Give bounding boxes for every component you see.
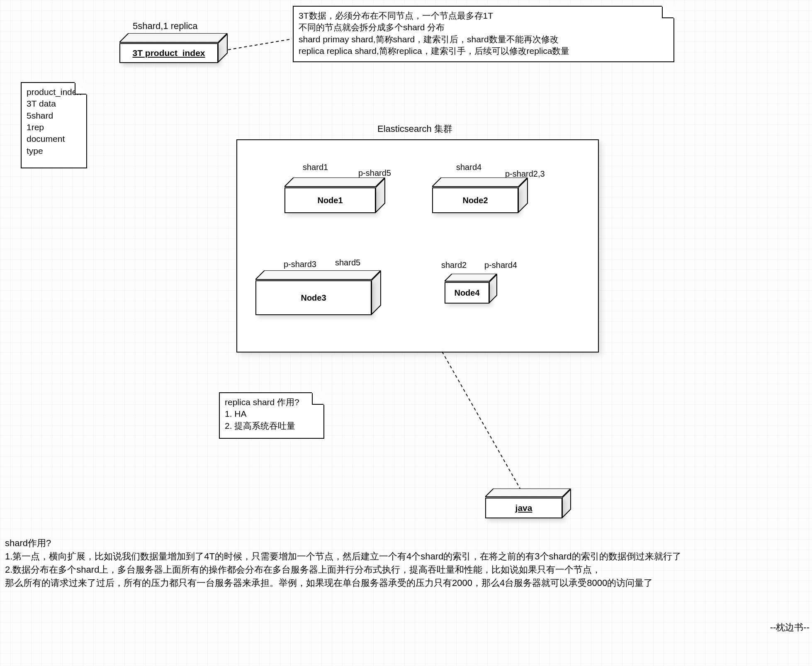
note-line: 3T data bbox=[27, 98, 81, 109]
node3-box: Node3 bbox=[255, 280, 372, 315]
shard-explanation: shard作用? 1.第一点，横向扩展，比如说我们数据量增加到了4T的时候，只需… bbox=[5, 537, 681, 590]
node4-shard-left: shard2 bbox=[441, 260, 467, 270]
svg-marker-1 bbox=[218, 34, 227, 62]
node1-box: Node1 bbox=[284, 187, 376, 213]
note-line: 不同的节点就会拆分成多个shard 分布 bbox=[299, 22, 669, 33]
node4-box: Node4 bbox=[445, 282, 489, 304]
note-line: 1rep bbox=[27, 122, 81, 133]
cluster-title: Elasticsearch 集群 bbox=[377, 123, 452, 135]
note-replica-shard: replica shard 作用? 1. HA 2. 提高系统吞吐量 bbox=[219, 392, 324, 439]
node3-shard-left: p-shard3 bbox=[284, 260, 316, 269]
java-box-label: java bbox=[515, 503, 532, 513]
node1-shard-right: p-shard5 bbox=[358, 168, 391, 178]
note-line: 3T数据，必须分布在不同节点，一个节点最多存1T bbox=[299, 10, 669, 22]
note-line: 1. HA bbox=[225, 408, 318, 420]
node2-shard-left: shard4 bbox=[456, 163, 481, 172]
node2-shard-right: p-shard2,3 bbox=[505, 169, 545, 179]
svg-marker-0 bbox=[119, 33, 227, 42]
node2-box: Node2 bbox=[432, 187, 518, 213]
svg-line-12 bbox=[228, 39, 292, 50]
java-box: java bbox=[485, 498, 562, 518]
node2-label: Node2 bbox=[462, 196, 488, 205]
svg-marker-11 bbox=[562, 489, 571, 518]
note-line: shard primay shard,简称shard，建索引后，shard数量不… bbox=[299, 34, 669, 45]
node4-label: Node4 bbox=[454, 288, 479, 298]
note-line: replica replica shard,简称replica，建索引手，后续可… bbox=[299, 45, 669, 57]
node4-shard-right: p-shard4 bbox=[484, 260, 517, 270]
node1-shard-left: shard1 bbox=[303, 163, 328, 172]
svg-marker-10 bbox=[485, 489, 571, 497]
note-distribution-rules: 3T数据，必须分布在不同节点，一个节点最多存1T 不同的节点就会拆分成多个sha… bbox=[293, 6, 674, 62]
note-line: document bbox=[27, 133, 81, 145]
node1-label: Node1 bbox=[317, 196, 343, 205]
index-box-label: 3T product_index bbox=[132, 48, 205, 58]
svg-line-13 bbox=[442, 352, 520, 489]
note-line: 2. 提高系统吞吐量 bbox=[225, 420, 318, 432]
note-line: product_index bbox=[27, 86, 81, 98]
index-box: 3T product_index bbox=[119, 43, 218, 63]
node3-shard-right: shard5 bbox=[335, 258, 360, 267]
node3-label: Node3 bbox=[301, 293, 326, 303]
note-product-index: product_index 3T data 5shard 1rep docume… bbox=[21, 82, 87, 168]
index-caption: 5shard,1 replica bbox=[133, 21, 198, 32]
note-line: replica shard 作用? bbox=[225, 396, 318, 408]
note-line: type bbox=[27, 145, 81, 157]
signature: --枕边书-- bbox=[770, 621, 810, 634]
note-line: 5shard bbox=[27, 110, 81, 122]
